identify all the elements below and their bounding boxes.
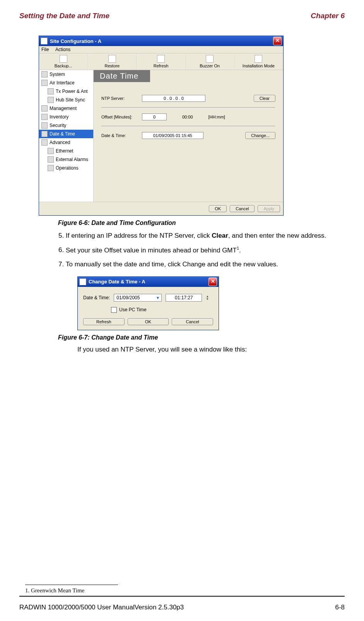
- ok-button[interactable]: OK: [209, 205, 227, 212]
- sidebar-item-alarms[interactable]: External Alarms: [39, 155, 93, 164]
- change-button[interactable]: Change...: [245, 132, 275, 139]
- separator: [101, 107, 275, 108]
- page-rule: [19, 596, 345, 597]
- ntp-label: NTP Server:: [101, 96, 138, 101]
- step-6: Set your site Offset value in minutes ah…: [66, 245, 329, 255]
- cancel-button[interactable]: Cancel: [230, 205, 255, 212]
- ethernet-icon: [48, 148, 54, 154]
- cancel-button[interactable]: Cancel: [172, 318, 213, 325]
- ntp-input[interactable]: 0 . 0 . 0 . 0: [142, 95, 205, 102]
- site-config-window: Site Configuration - A ✕ File Actions Ba…: [39, 36, 284, 216]
- toolbar-backup[interactable]: Backup...: [39, 53, 88, 70]
- clock-icon: [41, 131, 48, 137]
- time-input[interactable]: 01:17:27: [166, 294, 202, 302]
- close-icon[interactable]: ✕: [208, 278, 217, 286]
- toolbar: Backup... Restore Refresh Buzzer On Inst…: [39, 53, 283, 70]
- window2-title: Change Date & Time - A: [89, 279, 145, 285]
- footnote-1: 1. Greenwich Mean Time: [25, 587, 126, 594]
- offset-label: Offset [Minutes]:: [101, 115, 138, 119]
- disk-icon: [60, 55, 67, 63]
- sidebar-item-hubsite[interactable]: Hub Site Sync: [39, 96, 93, 104]
- air-icon: [41, 80, 48, 86]
- change-datetime-window: Change Date & Time - A ✕ Date & Time: 01…: [77, 276, 219, 330]
- offset-input[interactable]: 0: [142, 113, 167, 120]
- step-5: If entering an IP address for the NTP Se…: [66, 231, 329, 241]
- footer-right: 6-8: [335, 604, 345, 611]
- header-left: Setting the Date and Time: [19, 12, 109, 20]
- after-figure-text: If you used an NTP Server, you will see …: [77, 346, 345, 353]
- antenna-icon: [48, 88, 54, 94]
- datetime-label: Date & Time:: [101, 133, 138, 138]
- footer-left: RADWIN 1000/2000/5000 User ManualVersion…: [19, 604, 184, 611]
- refresh-button[interactable]: Refresh: [83, 318, 125, 325]
- toolbar-refresh[interactable]: Refresh: [137, 53, 185, 70]
- main-panel: Date Time NTP Server: 0 . 0 . 0 . 0 Clea…: [94, 70, 283, 202]
- titlebar2[interactable]: Change Date & Time - A ✕: [78, 277, 219, 287]
- operations-icon: [48, 165, 54, 171]
- figure-6-7-caption: Figure 6-7: Change Date and Time: [58, 334, 345, 341]
- lock-icon: [41, 122, 48, 129]
- toolbar-buzzer[interactable]: Buzzer On: [186, 53, 234, 70]
- step-7: To manually set the date and time, click…: [66, 260, 329, 269]
- install-icon: [255, 55, 262, 63]
- window-title: Site Configuration - A: [50, 38, 101, 44]
- datetime-label: Date & Time:: [83, 295, 110, 300]
- sidebar-item-system[interactable]: System: [39, 70, 93, 79]
- spinner-icon[interactable]: ▲▼: [206, 295, 209, 300]
- mgmt-icon: [41, 105, 48, 112]
- ok-button[interactable]: OK: [128, 318, 169, 325]
- footnote-rule: [25, 585, 118, 585]
- advanced-icon: [41, 139, 48, 146]
- sidebar-item-security[interactable]: Security: [39, 121, 93, 130]
- titlebar[interactable]: Site Configuration - A ✕: [39, 36, 283, 46]
- clock-icon: [79, 278, 86, 285]
- date-input[interactable]: 01/09/2005 ▾: [114, 294, 162, 302]
- sidebar-item-ethernet[interactable]: Ethernet: [39, 147, 93, 155]
- buzzer-icon: [206, 55, 214, 63]
- refresh-icon: [157, 55, 165, 63]
- offset-time: 00:00: [182, 115, 193, 119]
- alarm-icon: [48, 156, 54, 163]
- sidebar: System Air Interface Tx Power & Ant Hub …: [39, 70, 94, 202]
- offset-unit: [HH:mm]: [208, 115, 225, 119]
- panel-title: Date Time: [94, 70, 150, 82]
- header-right: Chapter 6: [311, 12, 345, 20]
- steps-list: If entering an IP address for the NTP Se…: [66, 231, 329, 269]
- sidebar-item-inventory[interactable]: Inventory: [39, 113, 93, 121]
- datetime-input[interactable]: 01/09/2005 01:15:45: [142, 132, 203, 139]
- apply-button: Apply: [258, 205, 280, 212]
- menubar: File Actions: [39, 46, 283, 53]
- use-pc-time-label: Use PC Time: [119, 307, 147, 312]
- sidebar-item-advanced[interactable]: Advanced: [39, 138, 93, 147]
- toolbar-restore[interactable]: Restore: [88, 53, 137, 70]
- window-icon: [41, 38, 48, 45]
- clear-button[interactable]: Clear: [254, 95, 275, 102]
- system-icon: [41, 71, 48, 77]
- inventory-icon: [41, 114, 48, 120]
- sidebar-item-datetime[interactable]: Date & Time: [39, 130, 93, 138]
- restore-icon: [108, 55, 116, 63]
- figure-6-6-caption: Figure 6-6: Date and Time Configuration: [58, 220, 345, 226]
- chevron-down-icon[interactable]: ▾: [157, 295, 159, 300]
- sidebar-item-air[interactable]: Air Interface: [39, 79, 93, 87]
- close-icon[interactable]: ✕: [273, 37, 282, 45]
- sidebar-item-operations[interactable]: Operations: [39, 164, 93, 172]
- sidebar-item-management[interactable]: Management: [39, 104, 93, 113]
- sync-icon: [48, 97, 54, 103]
- dialog-buttons: OK Cancel Apply: [39, 202, 283, 215]
- menu-file[interactable]: File: [41, 47, 49, 52]
- menu-actions[interactable]: Actions: [55, 47, 70, 52]
- separator: [101, 126, 275, 127]
- use-pc-time-checkbox[interactable]: [111, 307, 117, 313]
- toolbar-install[interactable]: Installation Mode: [234, 53, 283, 70]
- sidebar-item-txpower[interactable]: Tx Power & Ant: [39, 87, 93, 96]
